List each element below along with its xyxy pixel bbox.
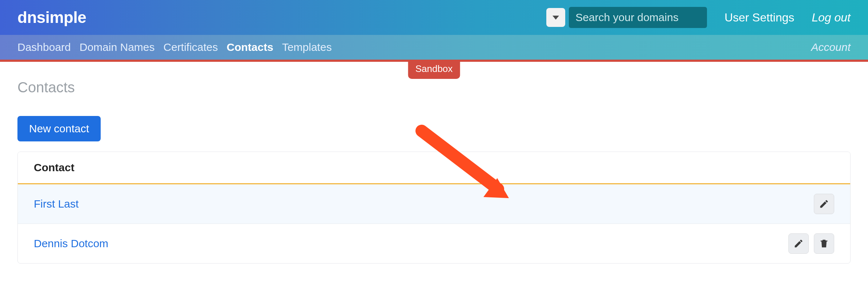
- subnav: Dashboard Domain Names Certificates Cont…: [0, 35, 868, 60]
- edit-button[interactable]: [814, 194, 834, 214]
- search-input[interactable]: [569, 7, 707, 28]
- table-row: First Last: [18, 184, 850, 224]
- pencil-icon: [819, 199, 829, 209]
- nav-account[interactable]: Account: [811, 41, 851, 53]
- table-header-contact: Contact: [18, 152, 850, 184]
- page-body: Contacts New contact Contact First Last …: [0, 62, 868, 264]
- row-actions: [788, 233, 834, 254]
- nav-contacts[interactable]: Contacts: [227, 41, 273, 53]
- row-actions: [814, 194, 834, 214]
- table-row: Dennis Dotcom: [18, 224, 850, 263]
- nav-dashboard[interactable]: Dashboard: [17, 41, 71, 53]
- delete-button[interactable]: [814, 233, 834, 254]
- brand-logo: dnsimple: [17, 8, 86, 27]
- contact-link[interactable]: First Last: [34, 198, 79, 210]
- pencil-icon: [793, 238, 804, 249]
- page-title: Contacts: [17, 79, 851, 96]
- nav-templates[interactable]: Templates: [282, 41, 332, 53]
- log-out-link[interactable]: Log out: [812, 11, 851, 24]
- nav-domain-names[interactable]: Domain Names: [80, 41, 155, 53]
- trash-icon: [819, 238, 829, 249]
- caret-down-icon: [552, 16, 559, 20]
- contacts-table: Contact First Last Dennis Dotcom: [17, 152, 851, 264]
- user-settings-link[interactable]: User Settings: [724, 11, 794, 24]
- new-contact-button[interactable]: New contact: [17, 116, 101, 141]
- search-group: [546, 7, 707, 28]
- nav-certificates[interactable]: Certificates: [164, 41, 218, 53]
- topbar: dnsimple User Settings Log out: [0, 0, 868, 35]
- contact-link[interactable]: Dennis Dotcom: [34, 237, 108, 250]
- search-scope-dropdown[interactable]: [546, 8, 565, 27]
- edit-button[interactable]: [788, 233, 809, 254]
